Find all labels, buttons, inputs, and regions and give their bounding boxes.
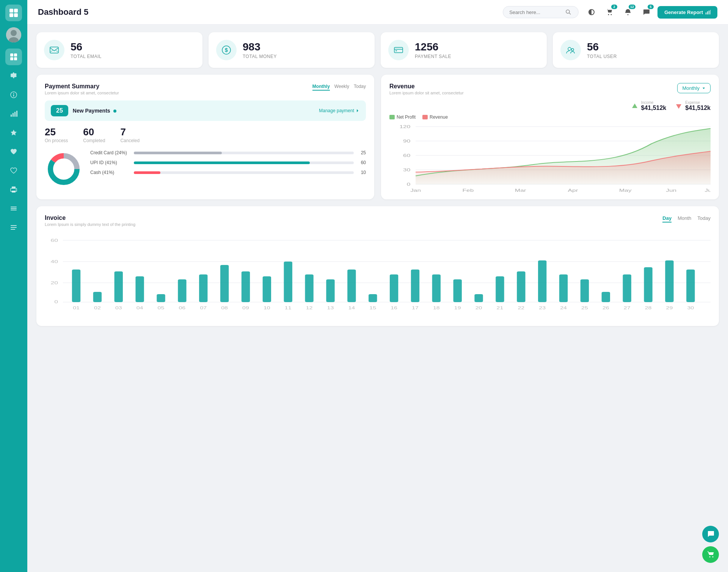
svg-text:60: 60 — [51, 238, 58, 243]
svg-text:21: 21 — [497, 306, 504, 310]
content-area: 56 TOTAL EMAIL $ 983 TOTAL MONEY — [27, 25, 728, 334]
bell-btn[interactable]: 12 — [621, 5, 635, 19]
stat-info-user: 56 TOTAL USER — [587, 41, 617, 59]
sidebar-item-heart2[interactable] — [5, 162, 22, 179]
stat-info-money: 983 TOTAL MONEY — [243, 41, 277, 59]
svg-rect-89 — [369, 294, 377, 302]
svg-text:20: 20 — [51, 281, 58, 285]
svg-text:07: 07 — [200, 306, 207, 310]
sidebar-item-print[interactable] — [5, 181, 22, 198]
sidebar-item-settings[interactable] — [5, 67, 22, 84]
inv-tab-today[interactable]: Today — [697, 215, 711, 223]
stat-card-user: 56 TOTAL USER — [553, 32, 719, 68]
svg-text:July: July — [705, 188, 711, 193]
svg-line-29 — [569, 13, 571, 14]
svg-text:120: 120 — [399, 125, 410, 129]
svg-marker-48 — [632, 103, 637, 108]
search-input[interactable] — [509, 9, 562, 15]
svg-rect-98 — [559, 274, 568, 302]
tab-today[interactable]: Today — [354, 83, 366, 91]
svg-text:27: 27 — [624, 306, 631, 310]
generate-report-button[interactable]: Generate Report — [657, 6, 717, 19]
svg-text:Mar: Mar — [515, 188, 526, 193]
svg-rect-30 — [706, 13, 706, 14]
sidebar-item-info[interactable] — [5, 86, 22, 103]
bar-row-creditcard: Credit Card (24%) 25 — [90, 150, 366, 155]
svg-rect-95 — [496, 276, 504, 302]
svg-text:04: 04 — [136, 306, 143, 310]
ps-completed: 60 Completed — [83, 126, 105, 143]
inv-tab-month[interactable]: Month — [678, 215, 691, 223]
sidebar-logo[interactable] — [5, 5, 22, 21]
payment-tabs: Monthly Weekly Today — [312, 83, 366, 91]
svg-rect-76 — [93, 292, 102, 302]
tab-weekly[interactable]: Weekly — [334, 83, 349, 91]
svg-rect-94 — [474, 294, 483, 302]
new-payments-row: 25 New Payments Manage payment — [45, 100, 366, 121]
svg-line-35 — [50, 50, 53, 52]
revenue-card: Revenue Lorem ipsum dolor sit amet, cons… — [381, 75, 719, 199]
sidebar-item-dashboard[interactable] — [5, 49, 22, 65]
header: Dashboard 5 2 12 5 Generate Report — [27, 0, 728, 25]
stat-label-payment: PAYMENT SALE — [415, 54, 451, 59]
svg-rect-84 — [263, 276, 271, 302]
inv-tab-day[interactable]: Day — [662, 215, 672, 223]
svg-text:Apr: Apr — [568, 188, 578, 193]
svg-rect-2 — [9, 13, 13, 17]
revenue-title: Revenue — [389, 83, 464, 90]
sidebar — [0, 0, 27, 572]
svg-text:0: 0 — [407, 182, 411, 186]
page-title: Dashboard 5 — [38, 7, 264, 17]
svg-rect-100 — [602, 292, 610, 302]
sidebar-item-list[interactable] — [5, 219, 22, 236]
bar-row-upi: UPI ID (41%) 60 — [90, 160, 366, 165]
avatar[interactable] — [6, 27, 21, 42]
svg-rect-78 — [135, 276, 144, 302]
sidebar-item-menu[interactable] — [5, 200, 22, 217]
invoice-header: Invoice Lorem Ipsum is simply dummy text… — [45, 215, 711, 227]
chat-btn[interactable]: 5 — [639, 5, 653, 19]
stat-info-email: 56 TOTAL EMAIL — [71, 41, 102, 59]
bar-fill-creditcard — [134, 152, 222, 154]
stat-label-user: TOTAL USER — [587, 54, 617, 59]
svg-rect-86 — [305, 274, 313, 302]
svg-rect-80 — [178, 279, 186, 302]
svg-rect-104 — [686, 270, 695, 302]
payment-bars: Credit Card (24%) 25 UPI ID (41%) 60 — [90, 150, 366, 175]
legend-dot-revenue — [422, 115, 428, 119]
svg-text:90: 90 — [403, 139, 410, 143]
fab-cart[interactable] — [702, 546, 719, 563]
svg-text:03: 03 — [115, 306, 122, 310]
cart-btn[interactable]: 2 — [603, 5, 617, 19]
svg-text:May: May — [619, 188, 632, 193]
svg-rect-8 — [14, 53, 17, 56]
payment-summary-card: Payment Summary Lorem ipsum dolor sit am… — [36, 75, 374, 199]
revenue-header: Revenue Lorem ipsum dolor sit amet, cons… — [389, 83, 711, 95]
money-icon: $ — [216, 40, 237, 60]
stats-row: 56 TOTAL EMAIL $ 983 TOTAL MONEY — [36, 32, 719, 68]
dark-mode-btn[interactable] — [585, 5, 598, 19]
svg-text:09: 09 — [242, 306, 249, 310]
svg-point-135 — [709, 556, 711, 558]
sidebar-item-favorites[interactable] — [5, 124, 22, 141]
sidebar-item-analytics[interactable] — [5, 105, 22, 122]
svg-text:30: 30 — [687, 306, 694, 310]
sidebar-item-heart[interactable] — [5, 143, 22, 160]
svg-point-42 — [568, 47, 571, 50]
fab-chat[interactable] — [702, 526, 719, 542]
search-box[interactable] — [503, 6, 579, 18]
tab-monthly[interactable]: Monthly — [312, 83, 330, 91]
stat-number-email: 56 — [71, 41, 102, 53]
email-icon — [44, 40, 64, 60]
svg-rect-7 — [10, 53, 13, 56]
invoice-tabs: Day Month Today — [662, 215, 711, 223]
manage-payment-link[interactable]: Manage payment — [319, 108, 360, 113]
svg-text:23: 23 — [539, 306, 546, 310]
legend-label-profit: Net Profit — [397, 114, 416, 120]
new-payments-dot — [113, 110, 116, 113]
svg-text:18: 18 — [433, 306, 440, 310]
svg-text:30: 30 — [403, 168, 410, 172]
svg-rect-25 — [11, 225, 17, 226]
revenue-monthly-dropdown[interactable]: Monthly — [677, 83, 711, 93]
stat-card-money: $ 983 TOTAL MONEY — [209, 32, 375, 68]
